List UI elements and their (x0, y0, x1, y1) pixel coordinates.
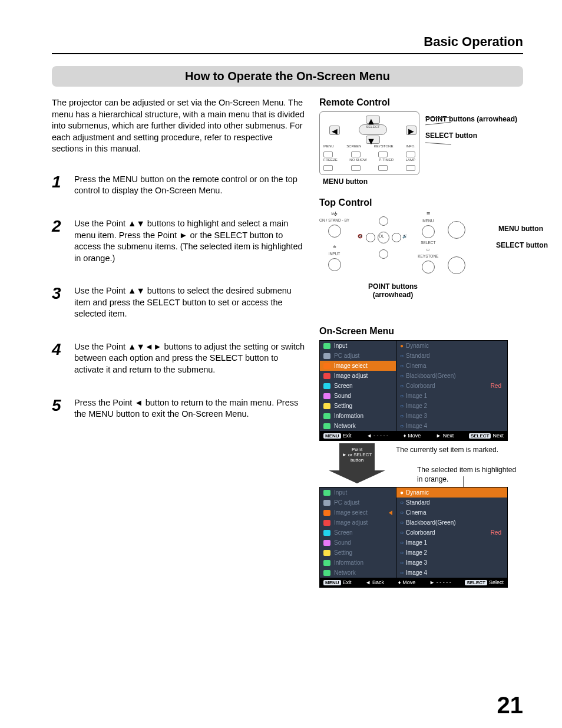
osm-item-label: Sound (334, 539, 351, 546)
step-text: Use the Point ▲▼ buttons to highlight an… (74, 218, 305, 264)
screen-icon (323, 530, 330, 536)
note-currently-set: The currently set item is marked. (396, 446, 502, 455)
remote-label: FREEZE (323, 158, 338, 162)
remote-label: P-TIMER (379, 158, 394, 162)
menu-button-icon (422, 225, 435, 238)
osm-sub-label: Standard (406, 499, 430, 506)
osm-sub-label: Image 1 (406, 393, 427, 399)
step-3: 3 Use the Point ▲▼ buttons to select the… (52, 285, 305, 320)
osm-item-label: Network (334, 423, 356, 429)
osm-item-label: Input (334, 489, 347, 496)
top-control-diagram: I/⏻ ON / STAND - BY ⊕ INPUT 🔇 (319, 212, 508, 306)
osm-sub-label: Image 1 (406, 539, 427, 546)
osm-item-label: Information (334, 559, 363, 566)
pc-adjust-icon (323, 353, 330, 359)
step-1: 1 Press the MENU button on the remote co… (52, 174, 305, 197)
osm-item-label: Image select (334, 509, 368, 516)
input-icon (323, 343, 330, 349)
remote-label: NO SHOW (349, 158, 366, 162)
image-adjust-icon (323, 373, 330, 379)
step-number: 5 (52, 397, 66, 420)
callout-select-button: SELECT button (496, 241, 548, 249)
on-screen-menu-heading: On-Screen Menu (319, 326, 523, 337)
osm-panel-main: Input PC adjust Image select Image adjus… (319, 340, 508, 441)
osm-item-label: Image adjust (334, 519, 368, 526)
osm-item-label: Screen (334, 529, 353, 536)
step-5: 5 Press the Point ◄ button to return to … (52, 397, 305, 420)
image-adjust-icon (323, 520, 330, 526)
osm-sub-label: Dynamic (406, 342, 429, 349)
sound-icon (323, 540, 330, 546)
remote-small-button (378, 151, 388, 157)
step-number: 1 (52, 174, 66, 197)
select-label: SELECT (421, 241, 435, 245)
osm-item-label: PC adjust (334, 499, 359, 506)
left-column: The projector can be adjusted or set via… (52, 97, 305, 588)
remote-label: KEYSTONE (374, 144, 394, 148)
osm-item-label: Image select (334, 363, 368, 369)
step-number: 2 (52, 218, 66, 264)
network-icon (323, 423, 330, 429)
on-screen-menu-figure: Input PC adjust Image select Image adjus… (319, 340, 508, 588)
image-select-icon (323, 363, 330, 369)
osm-sub-label: Cinema (406, 363, 426, 369)
menu-label: MENU (422, 219, 434, 223)
osm-sub-label: Image 3 (406, 413, 427, 419)
big-button-icon (448, 256, 465, 274)
top-control-dpad: 🔇 🔊 DL (362, 216, 405, 259)
osm-sub-label: Image 4 (406, 423, 427, 429)
osm-sub-label: Image 2 (406, 549, 427, 556)
callout-point-buttons: POINT buttons (arrowhead) (361, 282, 425, 299)
remote-label: SCREEN (346, 144, 361, 148)
step-text: Press the MENU button on the remote cont… (74, 174, 305, 197)
point-right-icon: ► (406, 126, 416, 135)
remote-small-button (378, 165, 388, 171)
standby-button-icon (328, 225, 341, 238)
screen-icon (323, 383, 330, 389)
osm-item-label: Image adjust (334, 373, 368, 379)
point-left-icon: ◄ (329, 126, 340, 135)
step-number: 3 (52, 285, 66, 320)
arrow-and-notes: Point ► or SELECT button The currently s… (319, 443, 508, 485)
step-text: Press the Point ◄ button to return to th… (74, 397, 305, 420)
step-2: 2 Use the Point ▲▼ buttons to highlight … (52, 218, 305, 264)
osm-sub-label: Image 3 (406, 559, 427, 566)
page-number: 21 (497, 692, 524, 719)
remote-small-button (323, 151, 333, 157)
intro-paragraph: The projector can be adjusted or set via… (52, 97, 305, 155)
setting-icon (323, 403, 330, 409)
leader-line (425, 117, 451, 118)
step-4: 4 Use the Point ▲▼◄► buttons to adjust t… (52, 341, 305, 376)
osm-sub-label: Standard (406, 353, 430, 359)
remote-control-heading: Remote Control (319, 97, 523, 108)
osm-footer: MENU Exit ◄ Back ♦ Move ► - - - - - SELE… (320, 578, 507, 587)
setting-icon (323, 550, 330, 556)
remote-body: ▲ ▼ ◄ ► SELECT MENU SCREEN KEYSTONE INFO… (319, 111, 419, 175)
image-select-icon (323, 510, 330, 516)
network-icon (323, 570, 330, 576)
osm-item-label: Input (334, 342, 347, 349)
remote-label: LAMP (406, 158, 415, 162)
osm-sub-label: Image 2 (406, 403, 427, 409)
remote-small-button (406, 165, 415, 171)
point-up-icon (379, 216, 388, 226)
point-down-icon: ▼ (366, 136, 380, 144)
keystone-button-icon (422, 261, 435, 274)
osm-item-label: Setting (334, 549, 352, 556)
osm-panel-submenu: Input PC adjust Image select Image adjus… (319, 487, 508, 588)
right-column: Remote Control ▲ ▼ ◄ ► SELECT MENU SCREE… (319, 97, 523, 588)
step-text: Use the Point ▲▼◄► buttons to adjust the… (74, 341, 305, 376)
information-icon (323, 413, 330, 419)
remote-label: MENU (323, 144, 334, 148)
osm-item-label: Setting (334, 403, 352, 409)
osm-red-label: Red (491, 529, 501, 536)
osm-sub-label: Cinema (406, 509, 426, 516)
remote-small-button (351, 165, 361, 171)
callout-menu-button: MENU button (323, 177, 523, 186)
osm-item-label: Sound (334, 393, 351, 399)
osm-item-label: Network (334, 569, 356, 576)
osm-sub-label: Colorboard (406, 383, 435, 389)
note-highlight-orange: The selected item is highlighted in oran… (417, 466, 517, 484)
remote-control-diagram: ▲ ▼ ◄ ► SELECT MENU SCREEN KEYSTONE INFO… (319, 111, 523, 175)
step-number: 4 (52, 341, 66, 376)
